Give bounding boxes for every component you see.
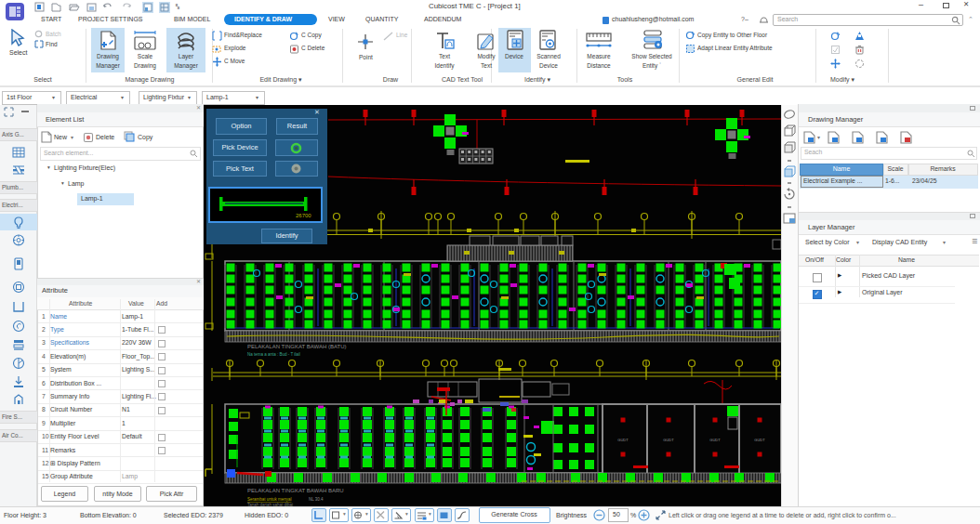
svg-text:GUDT: GUDT	[663, 438, 674, 442]
svg-text:GUDT: GUDT	[754, 438, 765, 442]
svg-text:Serambat untuk menyal: Serambat untuk menyal	[247, 497, 292, 502]
svg-text:Na tema a anta : Bud - T ilail: Na tema a anta : Bud - T ilail	[247, 352, 300, 357]
svg-text:GUDT: GUDT	[617, 438, 629, 442]
svg-text:GUDT: GUDT	[709, 438, 721, 442]
svg-text:PELAKALAN TINGKAT BAWAH (BATU): PELAKALAN TINGKAT BAWAH (BATU)	[247, 344, 346, 349]
svg-text:NL 30.4: NL 30.4	[309, 497, 324, 502]
svg-text:26700: 26700	[296, 213, 311, 218]
svg-text:PELAKALAN TINGKAT BAWAH BARU: PELAKALAN TINGKAT BAWAH BARU	[247, 488, 344, 493]
